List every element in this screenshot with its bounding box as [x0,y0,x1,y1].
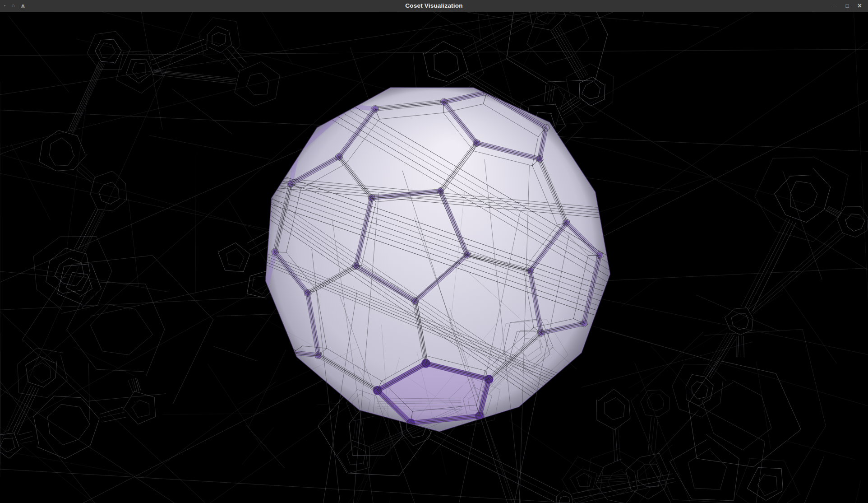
window-title: Coset Visualization [0,0,868,12]
titlebar-left-icons: • ○ ∧ [4,0,25,12]
circle-icon[interactable]: ○ [11,0,15,12]
close-icon[interactable]: × [858,0,862,12]
app-window: • ○ ∧ Coset Visualization — □ × [0,0,868,503]
chevron-up-icon[interactable]: ∧ [20,0,26,12]
minimize-icon[interactable]: — [831,1,837,13]
bullet-icon: • [4,0,5,12]
titlebar: • ○ ∧ Coset Visualization — □ × [0,0,868,12]
coset-visualization-viewport[interactable] [0,12,868,503]
maximize-icon[interactable]: □ [845,0,849,12]
window-controls: — □ × [831,0,862,12]
